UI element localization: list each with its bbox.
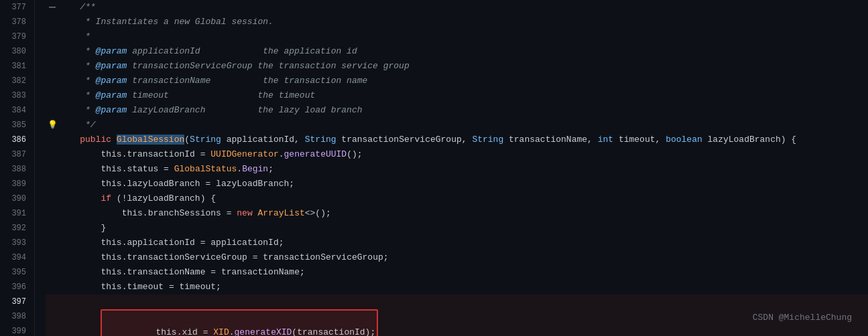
comment-380: * @param applicationId the application i… [59,44,357,59]
code-line-382: * @param transactionName the transaction… [46,74,868,88]
comment-382: * @param transactionName the transaction… [59,74,367,88]
code-area: /** * Instantiates a new Global session.… [35,0,868,336]
line-num-385: 385 [5,118,26,133]
line-num-390: 390 [5,191,26,206]
line-num-398: 398 [5,309,26,324]
code-line-378: * Instantiates a new Global session. [46,15,868,29]
code-line-377: /** [46,0,868,15]
line-num-399: 399 [5,324,26,336]
code-397: this.xid = XID.generateXID(transactionId… [59,295,378,336]
code-388: this.status = GlobalStatus.Begin; [59,162,273,177]
line-num-394: 394 [5,250,26,265]
line-num-389: 389 [5,177,26,191]
code-392: } [59,221,106,236]
line-num-392: 392 [5,221,26,236]
line-num-379: 379 [5,29,26,44]
code-396: this.timeout = timeout; [59,280,221,295]
line-num-391: 391 [5,206,26,221]
line-num-380: 380 [5,44,26,59]
line-num-387: 387 [5,147,26,162]
line-num-378: 378 [5,15,26,29]
comment-383: * @param timeout the timeout [59,88,315,103]
code-editor: 377 378 379 380 381 382 383 384 385 386 … [0,0,868,336]
code-line-393: this.applicationId = applicationId; [46,236,868,250]
code-line-396: this.timeout = timeout; [46,280,868,295]
svg-rect-0 [49,7,56,8]
line-num-382: 382 [5,74,26,88]
code-393: this.applicationId = applicationId; [59,236,284,250]
code-386: public GlobalSession(String applicationI… [59,133,796,147]
comment-381: * @param transactionServiceGroup the tra… [59,59,410,74]
code-line-384: * @param lazyLoadBranch the lazy load br… [46,103,868,118]
code-387: this.transactionId = UUIDGenerator.gener… [59,147,363,162]
code-line-391: this.branchSessions = new ArrayList<>(); [46,206,868,221]
code-line-388: this.status = GlobalStatus.Begin; [46,162,868,177]
line-num-395: 395 [5,265,26,280]
line-num-384: 384 [5,103,26,118]
line-num-386: 386 [5,133,26,147]
collapse-icon[interactable] [46,3,59,11]
comment-379: * [59,29,90,44]
code-line-387: this.transactionId = UUIDGenerator.gener… [46,147,868,162]
comment-384: * @param lazyLoadBranch the lazy load br… [59,103,362,118]
code-line-392: } [46,221,868,236]
code-line-385: 💡 */ [46,118,868,133]
bulb-icon-385[interactable]: 💡 [46,118,59,133]
comment-text: /** [59,0,96,15]
code-391: this.branchSessions = new ArrayList<>(); [59,206,331,221]
line-num-377: 377 [5,0,26,15]
code-line-389: this.lazyLoadBranch = lazyLoadBranch; [46,177,868,191]
code-line-394: this.transactionServiceGroup = transacti… [46,250,868,265]
comment-385: */ [59,118,96,133]
code-line-379: * [46,29,868,44]
line-num-388: 388 [5,162,26,177]
line-num-393: 393 [5,236,26,250]
code-line-383: * @param timeout the timeout [46,88,868,103]
comment-378: * Instantiates a new Global session. [59,15,273,29]
code-line-395: this.transactionName = transactionName; [46,265,868,280]
code-line-390: if (!lazyLoadBranch) { [46,191,868,206]
code-line-380: * @param applicationId the application i… [46,44,868,59]
code-394: this.transactionServiceGroup = transacti… [59,250,389,265]
line-num-381: 381 [5,59,26,74]
line-num-396: 396 [5,280,26,295]
code-395: this.transactionName = transactionName; [59,265,305,280]
code-line-381: * @param transactionServiceGroup the tra… [46,59,868,74]
line-numbers: 377 378 379 380 381 382 383 384 385 386 … [0,0,35,336]
watermark: CSDN @MichelleChung [753,311,852,325]
code-line-397: this.xid = XID.generateXID(transactionId… [46,295,868,336]
line-num-397: 397 [5,295,26,309]
code-line-386: public GlobalSession(String applicationI… [46,133,868,147]
code-390: if (!lazyLoadBranch) { [59,191,216,206]
code-389: this.lazyLoadBranch = lazyLoadBranch; [59,177,294,191]
line-num-383: 383 [5,88,26,103]
